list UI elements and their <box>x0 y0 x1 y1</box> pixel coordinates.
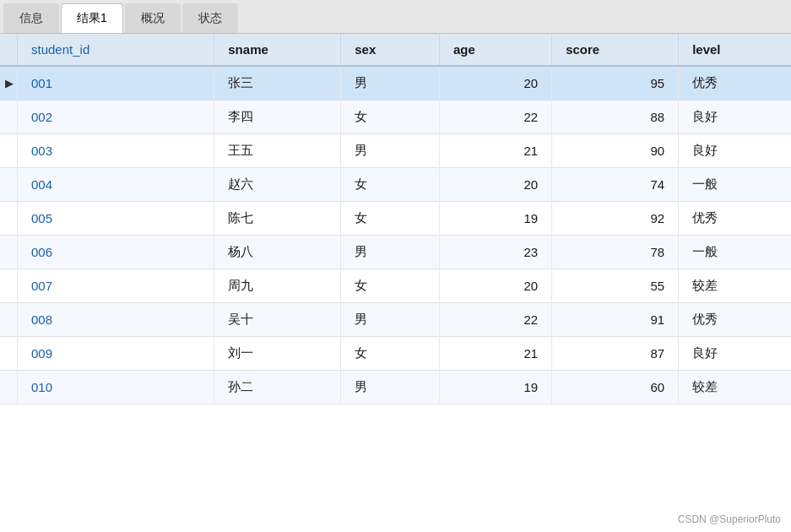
table-row[interactable]: 009刘一女2187良好 <box>0 337 791 371</box>
cell-score: 60 <box>552 371 679 404</box>
header-score: score <box>552 34 679 66</box>
header-sex: sex <box>341 34 440 66</box>
cell-score: 74 <box>552 168 679 202</box>
cell-sname: 赵六 <box>214 168 341 202</box>
table-row[interactable]: ▶001张三男2095优秀 <box>0 66 791 100</box>
cell-student_id: 010 <box>18 371 214 404</box>
cell-age: 19 <box>439 202 551 236</box>
cell-sex: 男 <box>341 134 440 168</box>
cell-score: 78 <box>552 236 679 269</box>
cell-score: 95 <box>552 66 679 100</box>
app-container: 信息 结果1 概况 状态 student_id sname sex age sc… <box>0 0 791 532</box>
cell-age: 20 <box>439 66 551 100</box>
cell-level: 较差 <box>679 371 791 404</box>
header-sname: sname <box>214 34 341 66</box>
cell-sex: 女 <box>341 337 440 371</box>
cell-age: 22 <box>439 100 551 134</box>
cell-sname: 王五 <box>214 134 341 168</box>
cell-level: 优秀 <box>679 66 791 100</box>
cell-level: 优秀 <box>679 202 791 236</box>
table-body: ▶001张三男2095优秀002李四女2288良好003王五男2190良好004… <box>0 66 791 404</box>
cell-level: 良好 <box>679 337 791 371</box>
row-indicator <box>0 303 18 337</box>
row-indicator <box>0 269 18 303</box>
row-indicator <box>0 134 18 168</box>
table-row[interactable]: 007周九女2055较差 <box>0 269 791 303</box>
cell-level: 良好 <box>679 134 791 168</box>
cell-sname: 杨八 <box>214 236 341 269</box>
cell-sex: 男 <box>341 303 440 337</box>
cell-level: 较差 <box>679 269 791 303</box>
cell-age: 19 <box>439 371 551 404</box>
cell-age: 20 <box>439 269 551 303</box>
cell-student_id: 003 <box>18 134 214 168</box>
cell-age: 21 <box>439 134 551 168</box>
cell-sname: 周九 <box>214 269 341 303</box>
row-indicator <box>0 202 18 236</box>
tab-bar: 信息 结果1 概况 状态 <box>0 0 791 34</box>
cell-score: 90 <box>552 134 679 168</box>
cell-level: 一般 <box>679 236 791 269</box>
table-row[interactable]: 003王五男2190良好 <box>0 134 791 168</box>
cell-score: 92 <box>552 202 679 236</box>
cell-age: 23 <box>439 236 551 269</box>
cell-age: 21 <box>439 337 551 371</box>
table-row[interactable]: 004赵六女2074一般 <box>0 168 791 202</box>
cell-student_id: 007 <box>18 269 214 303</box>
table-row[interactable]: 005陈七女1992优秀 <box>0 202 791 236</box>
cell-level: 一般 <box>679 168 791 202</box>
row-indicator <box>0 100 18 134</box>
row-indicator <box>0 337 18 371</box>
cell-student_id: 004 <box>18 168 214 202</box>
cell-sex: 男 <box>341 66 440 100</box>
cell-student_id: 001 <box>18 66 214 100</box>
table-row[interactable]: 010孙二男1960较差 <box>0 371 791 404</box>
watermark: CSDN @SuperiorPluto <box>678 513 781 525</box>
cell-sname: 吴十 <box>214 303 341 337</box>
cell-sname: 孙二 <box>214 371 341 404</box>
cell-student_id: 002 <box>18 100 214 134</box>
header-student-id: student_id <box>18 34 214 66</box>
data-table: student_id sname sex age score level ▶00… <box>0 34 791 404</box>
table-row[interactable]: 002李四女2288良好 <box>0 100 791 134</box>
cell-sname: 李四 <box>214 100 341 134</box>
cell-score: 87 <box>552 337 679 371</box>
table-header-row: student_id sname sex age score level <box>0 34 791 66</box>
cell-score: 55 <box>552 269 679 303</box>
cell-age: 20 <box>439 168 551 202</box>
cell-level: 优秀 <box>679 303 791 337</box>
cell-sname: 刘一 <box>214 337 341 371</box>
cell-student_id: 009 <box>18 337 214 371</box>
cell-sex: 女 <box>341 202 440 236</box>
tab-result1[interactable]: 结果1 <box>61 3 123 33</box>
cell-sex: 男 <box>341 236 440 269</box>
table-row[interactable]: 008吴十男2291优秀 <box>0 303 791 337</box>
cell-age: 22 <box>439 303 551 337</box>
cell-score: 88 <box>552 100 679 134</box>
cell-student_id: 008 <box>18 303 214 337</box>
tab-status[interactable]: 状态 <box>182 3 238 33</box>
cell-sname: 张三 <box>214 66 341 100</box>
header-level: level <box>679 34 791 66</box>
header-age: age <box>439 34 551 66</box>
table-container: student_id sname sex age score level ▶00… <box>0 34 791 532</box>
cell-student_id: 006 <box>18 236 214 269</box>
cell-sex: 女 <box>341 100 440 134</box>
row-indicator <box>0 168 18 202</box>
cell-sex: 女 <box>341 168 440 202</box>
tab-overview[interactable]: 概况 <box>125 3 181 33</box>
cell-sex: 男 <box>341 371 440 404</box>
cell-score: 91 <box>552 303 679 337</box>
row-indicator <box>0 236 18 269</box>
cell-sex: 女 <box>341 269 440 303</box>
cell-student_id: 005 <box>18 202 214 236</box>
tab-info[interactable]: 信息 <box>3 3 59 33</box>
cell-sname: 陈七 <box>214 202 341 236</box>
header-indicator <box>0 34 18 66</box>
cell-level: 良好 <box>679 100 791 134</box>
row-indicator: ▶ <box>0 66 18 100</box>
table-row[interactable]: 006杨八男2378一般 <box>0 236 791 269</box>
row-indicator <box>0 371 18 404</box>
